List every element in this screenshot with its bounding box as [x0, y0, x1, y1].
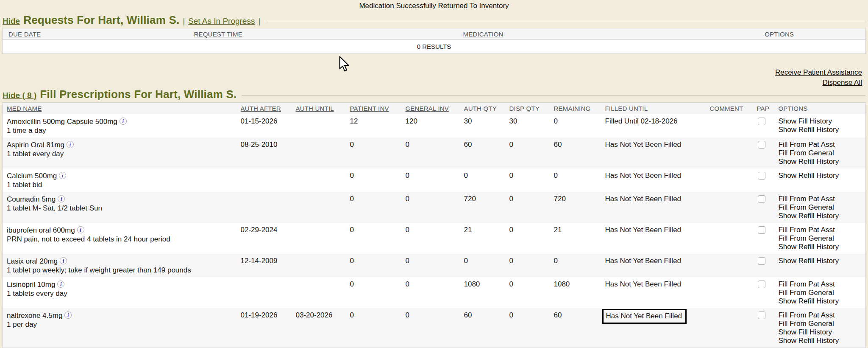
options-cell: Fill From Pat AsstFill From GeneralShow … [778, 308, 866, 348]
options-cell: Fill From Pat AsstFill From GeneralShow … [778, 138, 866, 168]
show-refill-history-link[interactable]: Show Refill History [779, 257, 865, 265]
dispense-all-link[interactable]: Dispense All [0, 78, 862, 88]
med-name-cell: Calcium 500mgi1 tablet bid [3, 168, 240, 192]
filled-until-cell: Has Not Yet Been Filled [604, 223, 709, 254]
fill-from-pat-asst-link[interactable]: Fill From Pat Asst [779, 226, 865, 234]
comment-cell [709, 223, 756, 254]
show-refill-history-link[interactable]: Show Refill History [779, 157, 865, 166]
pap-checkbox[interactable] [758, 312, 765, 319]
med-name-cell: Aspirin Oral 81mgi1 tablet every day [3, 138, 240, 168]
info-icon[interactable]: i [120, 118, 127, 125]
info-icon[interactable]: i [67, 141, 74, 148]
fill-from-pat-asst-link[interactable]: Fill From Pat Asst [779, 311, 865, 320]
filled-until-status: Has Not Yet Been Filled [605, 280, 682, 288]
patient-inv-cell: 0 [349, 254, 405, 277]
fill-col-comment: COMMENT [709, 103, 756, 114]
fill-from-pat-asst-link[interactable]: Fill From Pat Asst [779, 195, 865, 203]
show-refill-history-link[interactable]: Show Refill History [779, 243, 865, 251]
info-icon[interactable]: i [60, 257, 67, 264]
fill-col-general-inv[interactable]: GENERAL INV [405, 103, 463, 114]
show-refill-history-link[interactable]: Show Refill History [779, 171, 865, 180]
sig-instructions: 1 tablets every day [7, 289, 239, 298]
fill-from-general-link[interactable]: Fill From General [779, 149, 865, 157]
fill-col-med-name[interactable]: MED NAME [3, 103, 240, 114]
pap-checkbox[interactable] [758, 118, 765, 125]
show-refill-history-link[interactable]: Show Refill History [779, 297, 865, 306]
disp-qty-cell: 0 [509, 192, 553, 223]
receive-patient-assistance-link[interactable]: Receive Patient Assistance [0, 67, 862, 78]
requests-section-title: Requests For Hart, William S. [23, 14, 179, 27]
pap-checkbox[interactable] [758, 226, 765, 234]
pap-checkbox[interactable] [758, 141, 765, 149]
options-cell: Show Fill HistoryShow Refill History [778, 114, 866, 138]
fill-col-auth-until[interactable]: AUTH UNTIL [295, 103, 349, 114]
filled-until-status: Has Not Yet Been Filled [605, 226, 682, 234]
filled-until-status: Has Not Yet Been Filled [605, 195, 682, 203]
auth-after-cell [240, 168, 295, 192]
remaining-cell: 60 [553, 308, 604, 348]
fill-from-pat-asst-link[interactable]: Fill From Pat Asst [779, 280, 865, 289]
prescription-row-calcium-500mg: Calcium 500mgi1 tablet bid00000Has Not Y… [3, 168, 866, 192]
pap-checkbox[interactable] [758, 281, 765, 288]
pap-checkbox[interactable] [758, 195, 765, 203]
filled-until-cell: Has Not Yet Been Filled [604, 138, 709, 168]
disp-qty-cell: 0 [509, 168, 553, 192]
requests-col-due-date[interactable]: DUE DATE [3, 28, 193, 40]
info-icon[interactable]: i [58, 195, 65, 202]
comment-cell [709, 308, 756, 348]
set-as-in-progress-link[interactable]: Set As In Progress [188, 17, 255, 26]
info-icon[interactable]: i [77, 226, 84, 233]
info-icon[interactable]: i [59, 172, 66, 179]
remaining-cell: 1080 [553, 277, 604, 308]
filled-until-status-highlighted: Has Not Yet Been Filled [602, 309, 687, 324]
legend-rule [265, 21, 865, 21]
show-refill-history-link[interactable]: Show Refill History [779, 337, 865, 345]
fill-from-pat-asst-link[interactable]: Fill From Pat Asst [779, 140, 865, 149]
pap-cell [756, 223, 778, 254]
auth-qty-cell: 0 [463, 168, 509, 192]
show-fill-history-link[interactable]: Show Fill History [779, 328, 865, 337]
general-inv-cell: 120 [405, 114, 463, 138]
med-name: Coumadin 5mgi [7, 195, 239, 204]
fill-col-patient-inv[interactable]: PATIENT INV [349, 103, 405, 114]
fill-from-general-link[interactable]: Fill From General [779, 289, 865, 297]
prescription-row-naltrexone-4-5mg: naltrexone 4.5mgi1 per day01-19-202603-2… [3, 308, 866, 348]
requests-col-options: OPTIONS [693, 28, 866, 40]
fill-from-general-link[interactable]: Fill From General [779, 203, 865, 212]
prescription-row-ibuprofen-oral-600mg: ibuprofen oral 600mgiPRN pain, not to ex… [3, 223, 866, 254]
requests-hide-link[interactable]: Hide [3, 17, 20, 26]
comment-cell [709, 168, 756, 192]
filled-until-cell: Has Not Yet Been Filled [604, 277, 709, 308]
pap-cell [756, 168, 778, 192]
bulk-action-links: Receive Patient Assistance Dispense All [0, 54, 868, 88]
remaining-cell: 0 [553, 254, 604, 277]
prescription-row-lasix-oral-20mg: Lasix oral 20mgi1 tablet po weekly; take… [3, 254, 866, 277]
show-refill-history-link[interactable]: Show Refill History [779, 126, 865, 134]
auth-until-cell [295, 254, 349, 277]
filled-until-cell: Has Not Yet Been Filled [604, 168, 709, 192]
fill-from-general-link[interactable]: Fill From General [779, 234, 865, 243]
pap-cell [756, 114, 778, 138]
pap-checkbox[interactable] [758, 172, 765, 180]
fill-from-general-link[interactable]: Fill From General [779, 320, 865, 328]
show-refill-history-link[interactable]: Show Refill History [779, 212, 865, 220]
med-name: Lisinopril 10mgi [7, 280, 239, 289]
requests-empty-text: 0 RESULTS [3, 40, 866, 54]
show-fill-history-link[interactable]: Show Fill History [779, 117, 865, 126]
auth-qty-cell: 21 [463, 223, 509, 254]
info-icon[interactable]: i [64, 312, 72, 319]
pap-checkbox[interactable] [758, 257, 765, 265]
requests-col-medication[interactable]: MEDICATION [462, 28, 693, 40]
requests-table-header-row: DUE DATEREQUEST TIMEMEDICATIONOPTIONS [3, 28, 866, 40]
fill-col-auth-after[interactable]: AUTH AFTER [240, 103, 295, 114]
info-icon[interactable]: i [57, 281, 64, 288]
sig-instructions: 1 per day [7, 320, 239, 329]
med-name-cell: Coumadin 5mgi1 tablet M- Sat, 1/2 tablet… [3, 192, 240, 223]
fill-col-pap: PAP [756, 103, 778, 114]
fill-hide-link[interactable]: Hide ( 8 ) [3, 91, 36, 100]
auth-until-cell [295, 114, 349, 138]
general-inv-cell: 0 [405, 308, 463, 348]
requests-col-request-time[interactable]: REQUEST TIME [193, 28, 462, 40]
prescription-row-amoxicillin-500mg-capsule-500mg: Amoxicillin 500mg Capsule 500mgi1 time a… [3, 114, 866, 138]
auth-until-cell: 03-20-2026 [295, 308, 349, 348]
